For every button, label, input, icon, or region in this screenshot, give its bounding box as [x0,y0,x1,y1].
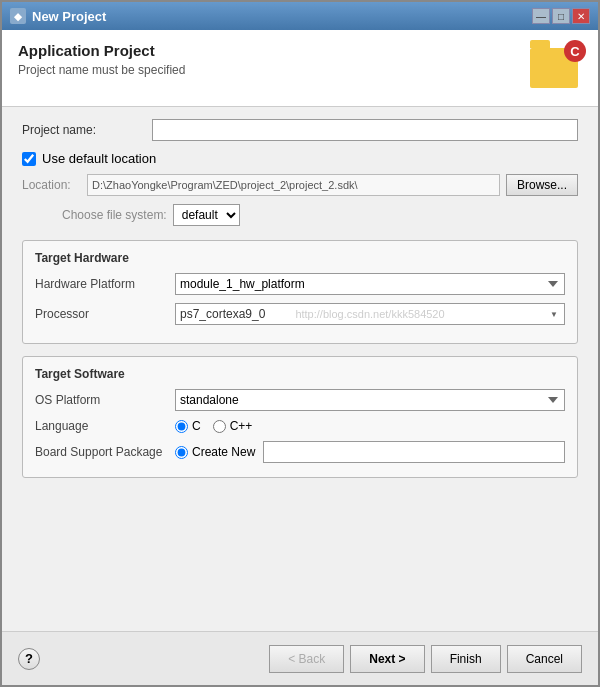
processor-select[interactable]: ps7_cortexa9_0 http://blog.csdn.net/kkk5… [175,303,565,325]
hardware-platform-label: Hardware Platform [35,277,175,291]
target-software-title: Target Software [35,367,565,381]
project-name-row: Project name: [22,119,578,141]
back-button[interactable]: < Back [269,645,344,673]
title-bar: ◆ New Project — □ ✕ [2,2,598,30]
bsp-create-new-option[interactable]: Create New [175,445,255,459]
new-project-window: ◆ New Project — □ ✕ Application Project … [0,0,600,687]
footer-buttons: < Back Next > Finish Cancel [269,645,582,673]
target-hardware-group: Target Hardware Hardware Platform module… [22,240,578,344]
next-button[interactable]: Next > [350,645,424,673]
cancel-button[interactable]: Cancel [507,645,582,673]
language-cpp-radio[interactable] [213,420,226,433]
window-title: New Project [32,9,106,24]
language-row: Language C C++ [35,419,565,433]
processor-value: ps7_cortexa9_0 [180,307,265,321]
header-section: Application Project Project name must be… [2,30,598,107]
filesystem-select[interactable]: default [173,204,240,226]
language-c-option[interactable]: C [175,419,201,433]
os-platform-label: OS Platform [35,393,175,407]
processor-dropdown-arrow: ▼ [550,310,558,319]
close-button[interactable]: ✕ [572,8,590,24]
title-bar-controls: — □ ✕ [532,8,590,24]
help-button[interactable]: ? [18,648,40,670]
page-subtitle: Project name must be specified [18,63,185,77]
language-cpp-option[interactable]: C++ [213,419,253,433]
use-default-location-label: Use default location [42,151,156,166]
footer: ? < Back Next > Finish Cancel [2,631,598,685]
language-cpp-label: C++ [230,419,253,433]
processor-row: Processor ps7_cortexa9_0 http://blog.csd… [35,303,565,325]
finish-button[interactable]: Finish [431,645,501,673]
language-radio-group: C C++ [175,419,252,433]
form-section: Project name: Use default location Locat… [2,107,598,631]
location-row: Location: Browse... [22,174,578,196]
window-icon: ◆ [10,8,26,24]
bsp-name-input[interactable] [263,441,565,463]
processor-label: Processor [35,307,175,321]
filesystem-label: Choose file system: [62,208,167,222]
os-platform-select[interactable]: standalone [175,389,565,411]
header-text: Application Project Project name must be… [18,42,185,77]
hardware-platform-select[interactable]: module_1_hw_platform [175,273,565,295]
use-default-location-checkbox[interactable] [22,152,36,166]
location-input[interactable] [87,174,500,196]
filesystem-row: Choose file system: default [22,204,578,226]
language-c-label: C [192,419,201,433]
bsp-label: Board Support Package [35,445,175,459]
target-hardware-title: Target Hardware [35,251,565,265]
use-default-location-row: Use default location [22,151,578,166]
minimize-button[interactable]: — [532,8,550,24]
project-name-label: Project name: [22,123,152,137]
processor-watermark: http://blog.csdn.net/kkk584520 [295,308,444,320]
project-name-input[interactable] [152,119,578,141]
os-platform-row: OS Platform standalone [35,389,565,411]
page-title: Application Project [18,42,185,59]
footer-left: ? [18,648,40,670]
title-bar-left: ◆ New Project [10,8,106,24]
browse-button[interactable]: Browse... [506,174,578,196]
header-icon-container: C [530,42,582,94]
hardware-platform-row: Hardware Platform module_1_hw_platform [35,273,565,295]
target-software-group: Target Software OS Platform standalone L… [22,356,578,478]
folder-c-badge: C [564,40,586,62]
language-c-radio[interactable] [175,420,188,433]
bsp-create-new-label: Create New [192,445,255,459]
maximize-button[interactable]: □ [552,8,570,24]
bsp-create-new-radio[interactable] [175,446,188,459]
bsp-row: Board Support Package Create New [35,441,565,463]
language-label: Language [35,419,175,433]
location-label: Location: [22,178,87,192]
